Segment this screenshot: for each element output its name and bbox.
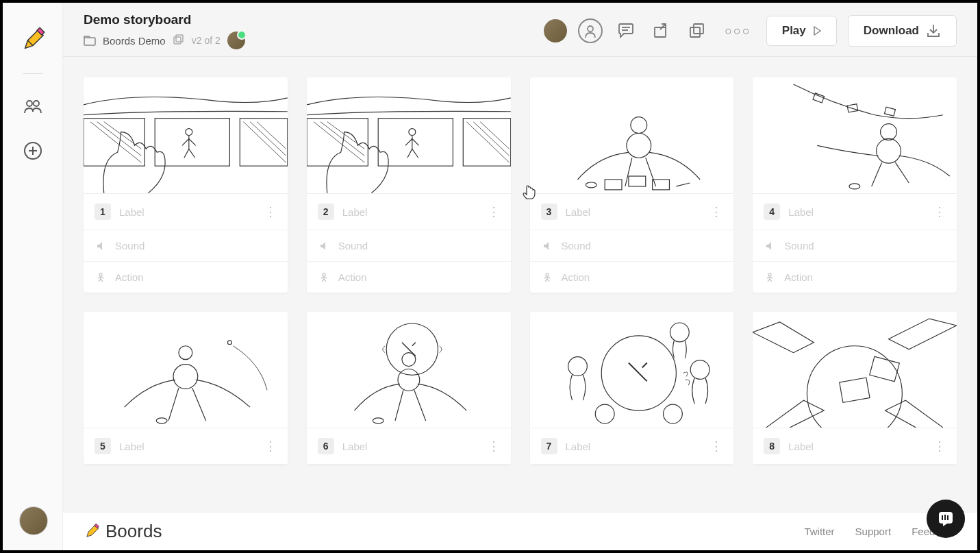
more-options-icon[interactable]: ○○○ [720, 24, 755, 38]
frame-more-icon[interactable]: ⋮ [264, 439, 277, 454]
svg-point-19 [99, 273, 102, 276]
frame-action-input[interactable]: Action [338, 271, 367, 283]
frame-sound-input[interactable]: Sound [115, 240, 145, 251]
frame-number-badge: 8 [764, 438, 780, 454]
frame-label-input[interactable]: Label [342, 441, 479, 452]
footer-link-twitter[interactable]: Twitter [804, 526, 834, 537]
profile-icon[interactable] [578, 19, 603, 43]
svg-point-53 [807, 346, 903, 428]
frame-more-icon[interactable]: ⋮ [933, 204, 946, 219]
svg-rect-54 [840, 378, 870, 402]
play-button-label: Play [782, 24, 806, 38]
frame-card[interactable]: 3 Label ⋮ Sound Action [530, 77, 734, 293]
frame-thumbnail[interactable] [530, 312, 734, 428]
frame-thumbnail[interactable] [84, 312, 288, 428]
frame-more-icon[interactable]: ⋮ [710, 439, 723, 454]
footer: Boords Twitter Support Feedback [63, 512, 977, 550]
frame-thumbnail[interactable] [307, 77, 511, 194]
frame-thumbnail[interactable] [753, 312, 957, 428]
svg-rect-14 [690, 27, 700, 37]
download-button-label: Download [864, 24, 919, 38]
frame-thumbnail[interactable] [530, 77, 734, 194]
action-icon [318, 273, 330, 282]
download-button[interactable]: Download [848, 15, 957, 47]
frame-label-input[interactable]: Label [566, 206, 703, 218]
frame-card[interactable]: 7 Label ⋮ [530, 312, 734, 465]
svg-point-48 [568, 357, 587, 376]
frame-card[interactable]: 6 Label ⋮ [307, 312, 511, 465]
frame-thumbnail[interactable] [84, 77, 288, 194]
svg-rect-34 [885, 107, 896, 116]
svg-point-42 [156, 418, 167, 423]
svg-rect-13 [694, 24, 703, 34]
frame-sound-input[interactable]: Sound [338, 240, 368, 251]
account-avatar[interactable] [19, 506, 48, 535]
frame-card[interactable]: 1 Label ⋮ Sound Action [84, 77, 288, 293]
sound-icon [95, 241, 107, 251]
frame-card[interactable]: 2 Label ⋮ Sound Action [307, 77, 511, 293]
frame-label-input[interactable]: Label [788, 206, 925, 218]
svg-point-51 [595, 404, 614, 423]
footer-logo[interactable]: Boords [84, 521, 162, 542]
duplicate-icon[interactable] [685, 19, 709, 43]
svg-point-35 [881, 124, 897, 140]
comments-icon[interactable] [614, 19, 638, 43]
play-button[interactable]: Play [766, 16, 837, 46]
play-icon [813, 26, 821, 36]
svg-rect-58 [942, 515, 943, 520]
project-name[interactable]: Boords Demo [103, 35, 166, 47]
footer-link-support[interactable]: Support [855, 526, 892, 537]
frame-number-badge: 2 [318, 204, 334, 220]
svg-point-31 [546, 273, 549, 276]
frame-label-input[interactable]: Label [342, 206, 479, 218]
svg-point-37 [849, 184, 860, 189]
frame-action-input[interactable]: Action [562, 271, 590, 283]
owner-avatar[interactable] [227, 32, 245, 49]
sidebar [3, 3, 63, 550]
frame-more-icon[interactable]: ⋮ [488, 204, 500, 219]
frame-more-icon[interactable]: ⋮ [264, 204, 277, 219]
frame-number-badge: 4 [764, 204, 780, 220]
share-icon[interactable] [649, 19, 674, 43]
svg-rect-28 [605, 180, 622, 190]
svg-point-25 [630, 117, 646, 134]
user-avatar[interactable] [544, 19, 567, 42]
svg-point-45 [386, 323, 438, 375]
svg-rect-20 [307, 119, 368, 166]
frame-more-icon[interactable]: ⋮ [933, 439, 946, 454]
action-icon [95, 273, 107, 282]
svg-point-23 [409, 129, 416, 136]
team-icon[interactable] [19, 93, 47, 121]
frame-card[interactable]: 5 Label ⋮ [84, 312, 288, 465]
frame-label-input[interactable]: Label [119, 441, 256, 452]
intercom-chat-icon[interactable] [927, 500, 965, 538]
frame-card[interactable]: 4 Label ⋮ Sound Action [753, 77, 957, 293]
frame-sound-input[interactable]: Sound [784, 240, 814, 251]
frame-number-badge: 7 [541, 438, 557, 454]
frame-number-badge: 5 [95, 438, 111, 454]
sound-icon [318, 241, 330, 251]
frame-label-input[interactable]: Label [566, 441, 703, 452]
frame-card[interactable]: 8 Label ⋮ [753, 312, 957, 465]
svg-point-46 [373, 418, 384, 423]
svg-point-2 [34, 101, 39, 106]
frame-sound-input[interactable]: Sound [562, 240, 591, 251]
sound-icon [541, 241, 553, 251]
frame-thumbnail[interactable] [307, 312, 511, 428]
folder-icon [84, 35, 96, 46]
frame-more-icon[interactable]: ⋮ [710, 204, 723, 219]
frame-action-input[interactable]: Action [784, 271, 813, 283]
frame-label-input[interactable]: Label [119, 206, 256, 218]
version-text: v2 of 2 [192, 35, 221, 46]
pencil-logo-icon[interactable] [19, 27, 47, 54]
frame-number-badge: 6 [318, 438, 334, 454]
frame-label-input[interactable]: Label [788, 441, 925, 452]
frame-thumbnail[interactable] [753, 77, 957, 194]
add-icon[interactable] [19, 137, 47, 164]
svg-point-24 [323, 273, 325, 276]
versions-icon[interactable] [173, 34, 185, 47]
frame-action-input[interactable]: Action [115, 271, 144, 283]
frame-more-icon[interactable]: ⋮ [488, 439, 500, 454]
svg-point-39 [179, 346, 192, 360]
svg-point-18 [186, 129, 192, 136]
